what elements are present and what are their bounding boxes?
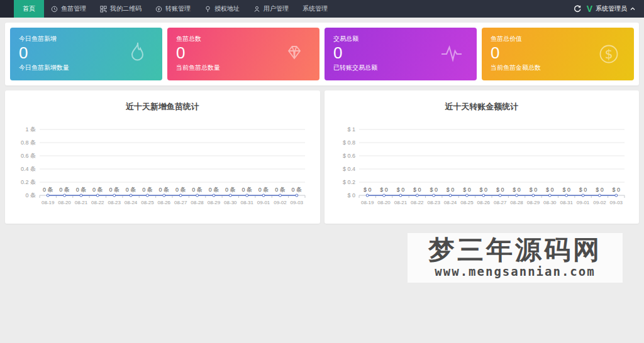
svg-text:08-21: 08-21 [394,200,407,205]
svg-text:08-28: 08-28 [510,200,523,205]
svg-text:0 条: 0 条 [76,187,87,193]
nav-item-label: 授权地址 [214,4,240,13]
svg-text:08-28: 08-28 [191,200,204,205]
nav-item-user-management[interactable]: 用户管理 [247,0,296,18]
nav-item-fry-management[interactable]: 鱼苗管理 [44,0,93,18]
flame-icon [122,39,152,69]
yuan-circle-icon [155,6,162,13]
svg-text:08-25: 08-25 [460,200,474,205]
svg-text:0.2 条: 0.2 条 [21,179,36,185]
chart-title: 近十天转账金额统计 [325,101,640,112]
svg-text:$ 0: $ 0 [596,187,604,193]
svg-text:$ 0: $ 0 [430,187,438,193]
svg-text:0 条: 0 条 [60,187,70,193]
svg-text:0 条: 0 条 [43,187,53,193]
svg-text:08-30: 08-30 [224,200,237,205]
refresh-button[interactable] [574,5,581,13]
svg-text:$ 0: $ 0 [612,187,620,193]
watermark: 梦三年源码网 www.mengsannian.com [408,233,623,283]
line-chart-transfer-amount: $ 1$ 0.8$ 0.6$ 0.4$ 0.2$ 0$ 008-19$ 008-… [328,124,636,219]
svg-text:$ 0: $ 0 [463,187,471,193]
svg-text:09-03: 09-03 [291,200,304,205]
watermark-title: 梦三年源码网 [408,236,623,264]
navbar-right: V 系统管理员 [574,0,644,18]
svg-text:0 条: 0 条 [225,187,236,193]
svg-text:09-02: 09-02 [274,200,287,205]
svg-text:09-01: 09-01 [577,200,590,205]
nav-item-transfer-management[interactable]: 转账管理 [148,0,197,18]
svg-text:$ 0: $ 0 [579,187,587,193]
svg-text:08-31: 08-31 [241,200,254,205]
nav-item-authorized-address[interactable]: 授权地址 [197,0,247,18]
chart-card-transfer-amount: 近十天转账金额统计 $ 1$ 0.8$ 0.6$ 0.4$ 0.2$ 0$ 00… [325,90,640,224]
nav-item-home[interactable]: 首页 [14,0,44,18]
nav-item-label: 转账管理 [165,4,191,13]
username: 系统管理员 [596,4,627,13]
svg-text:0 条: 0 条 [26,192,36,199]
svg-text:$ 0: $ 0 [380,187,388,193]
svg-text:$ 0: $ 0 [396,187,404,193]
svg-text:$ 0: $ 0 [546,187,554,193]
svg-text:08-20: 08-20 [58,200,72,205]
svg-text:$ 0.2: $ 0.2 [343,179,355,185]
svg-text:$ 0: $ 0 [529,187,537,193]
stat-card-today-new-fry: 今日鱼苗新增 0 今日鱼苗新增数量 [10,28,162,80]
svg-text:0 条: 0 条 [109,187,120,193]
stat-card-total-fry-value: 鱼苗总价值 0 当前鱼苗金额总数 $ [482,28,634,80]
svg-text:08-26: 08-26 [158,200,171,205]
nav-item-system-management[interactable]: 系统管理 [296,0,335,18]
refresh-icon [574,5,581,13]
svg-text:1 条: 1 条 [26,126,36,133]
charts-row: 近十天新增鱼苗统计 1 条0.8 条0.6 条0.4 条0.2 条0 条0 条0… [5,90,639,224]
svg-text:0 条: 0 条 [258,187,269,193]
chart-title: 近十天新增鱼苗统计 [5,101,320,112]
svg-text:0 条: 0 条 [142,187,153,193]
svg-text:08-26: 08-26 [477,200,490,205]
svg-text:$ 0: $ 0 [562,187,570,193]
svg-text:08-21: 08-21 [75,200,88,205]
svg-text:$ 0.6: $ 0.6 [343,153,355,159]
svg-text:$ 0: $ 0 [364,187,372,193]
svg-text:08-25: 08-25 [141,200,154,205]
svg-text:0 条: 0 条 [126,187,136,193]
svg-text:08-27: 08-27 [174,200,187,205]
svg-text:$ 0.8: $ 0.8 [343,139,355,146]
chart-card-new-fry: 近十天新增鱼苗统计 1 条0.8 条0.6 条0.4 条0.2 条0 条0 条0… [5,90,320,224]
dollar-circle-icon: $ [594,39,624,69]
svg-text:0 条: 0 条 [175,187,186,193]
svg-text:08-23: 08-23 [427,200,440,205]
svg-text:$ 0: $ 0 [513,187,521,193]
line-chart-new-fry: 1 条0.8 条0.6 条0.4 条0.2 条0 条0 条08-190 条08-… [8,124,316,219]
svg-text:$ 0: $ 0 [347,192,355,199]
user-menu[interactable]: V 系统管理员 [587,4,635,13]
svg-text:0 条: 0 条 [275,187,286,193]
svg-text:08-30: 08-30 [543,200,557,205]
user-icon [253,6,260,13]
watermark-url: www.mengsannian.com [408,264,623,278]
avatar: V [587,4,592,13]
svg-text:08-29: 08-29 [526,200,540,205]
location-pin-icon [204,6,211,13]
nav-item-label: 我的二维码 [110,4,142,13]
svg-text:0.6 条: 0.6 条 [21,153,36,159]
svg-text:08-29: 08-29 [208,200,221,205]
chevron-up-icon [630,7,635,11]
svg-text:0 条: 0 条 [242,187,253,193]
svg-text:0.8 条: 0.8 条 [21,139,36,146]
nav-item-label: 鱼苗管理 [61,4,86,13]
top-navbar: 首页 鱼苗管理 我的二维码 转账管理 [0,0,644,18]
stats-panel: 今日鱼苗新增 0 今日鱼苗新增数量 鱼苗总数 0 当前鱼苗总数量 交易总额 0 … [5,23,639,85]
svg-text:08-23: 08-23 [108,200,121,205]
svg-text:09-03: 09-03 [609,200,623,205]
svg-text:$ 0.4: $ 0.4 [343,166,355,172]
svg-text:08-27: 08-27 [494,200,507,205]
nav-item-my-qrcode[interactable]: 我的二维码 [93,0,148,18]
nav-item-label: 首页 [23,4,35,13]
svg-text:0 条: 0 条 [159,187,170,193]
svg-text:08-24: 08-24 [444,200,457,205]
svg-text:0 条: 0 条 [209,187,219,193]
svg-text:$ 0: $ 0 [413,187,421,193]
svg-text:08-19: 08-19 [361,200,374,205]
clock-icon [51,6,58,13]
pulse-icon [436,39,467,69]
